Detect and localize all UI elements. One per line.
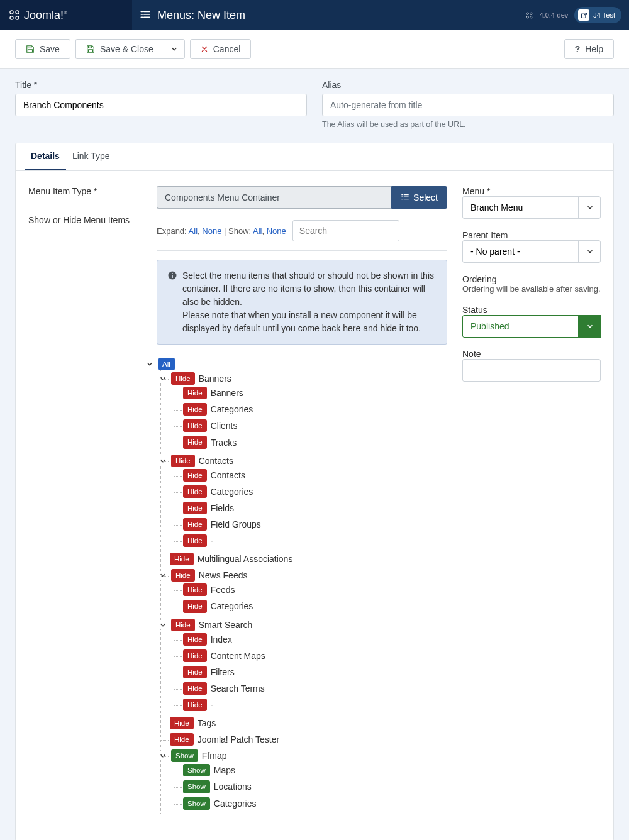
tree-toggle[interactable] bbox=[159, 456, 167, 465]
tree-badge[interactable]: Show bbox=[183, 764, 210, 776]
tree-toggle[interactable] bbox=[159, 751, 167, 760]
tree-item: HideContacts bbox=[183, 467, 447, 484]
tree-badge[interactable]: Hide bbox=[183, 682, 207, 695]
tree-label: News Feeds bbox=[199, 570, 248, 580]
close-icon bbox=[201, 45, 208, 53]
tree-badge-all[interactable]: All bbox=[158, 358, 175, 370]
tree-badge[interactable]: Hide bbox=[183, 666, 207, 678]
header-right: 4.0.4-dev J4 Test bbox=[518, 0, 629, 30]
tree-item: HideTracks bbox=[183, 434, 447, 450]
tree-badge[interactable]: Show bbox=[171, 749, 198, 762]
tree-label: Banners bbox=[199, 373, 231, 384]
list-icon bbox=[140, 9, 151, 21]
tree-label: Field Groups bbox=[211, 519, 261, 529]
help-button[interactable]: ? Help bbox=[564, 39, 614, 59]
tree-item: HideTags bbox=[170, 715, 447, 731]
select-type-button[interactable]: Select bbox=[391, 186, 447, 209]
tree-item: HideContactsHideContactsHideCategoriesHi… bbox=[170, 453, 447, 551]
tree-badge[interactable]: Hide bbox=[183, 436, 207, 448]
tree-item: Hide- bbox=[183, 697, 447, 713]
tabs: Details Link Type bbox=[16, 143, 613, 171]
external-link-icon bbox=[578, 9, 589, 21]
tree-badge[interactable]: Show bbox=[183, 780, 210, 793]
alias-input[interactable] bbox=[322, 94, 614, 116]
save-dropdown-button[interactable] bbox=[164, 39, 185, 59]
status-select[interactable] bbox=[462, 315, 601, 338]
tree-item: HideIndex bbox=[183, 631, 447, 648]
tree-badge[interactable]: Show bbox=[183, 797, 210, 810]
menu-item-type-select: Components Menu Container Select bbox=[157, 186, 447, 209]
save-close-group: Save & Close bbox=[75, 39, 185, 59]
help-label: Help bbox=[585, 45, 603, 53]
tree-badge[interactable]: Hide bbox=[170, 733, 194, 746]
menu-select-field: Menu bbox=[462, 186, 601, 219]
tree-label: Contacts bbox=[211, 470, 245, 480]
tree-badge[interactable]: Hide bbox=[183, 419, 207, 432]
label-show-hide: Show or Hide Menu Items bbox=[28, 215, 142, 225]
save-close-button[interactable]: Save & Close bbox=[75, 39, 164, 59]
tree-item: Hide- bbox=[183, 533, 447, 549]
tree-badge[interactable]: Hide bbox=[183, 600, 207, 612]
tree-badge[interactable]: Hide bbox=[183, 699, 207, 711]
note-input[interactable] bbox=[462, 359, 601, 382]
tree-label: Tags bbox=[198, 718, 216, 728]
tree-badge[interactable]: Hide bbox=[183, 518, 207, 531]
tree-badge[interactable]: Hide bbox=[171, 569, 195, 582]
tree-toggle[interactable] bbox=[145, 360, 154, 368]
tree-badge[interactable]: Hide bbox=[183, 649, 207, 662]
menu-item-type-value: Components Menu Container bbox=[157, 186, 391, 209]
tree-item: HideBannersHideBannersHideCategoriesHide… bbox=[170, 370, 447, 452]
tree-item: HideCategories bbox=[183, 401, 447, 417]
site-link[interactable]: J4 Test bbox=[574, 7, 621, 23]
tree-badge[interactable]: Hide bbox=[183, 583, 207, 596]
expand-all-link[interactable]: All bbox=[189, 226, 198, 236]
tree-toggle[interactable] bbox=[159, 621, 167, 629]
title-input[interactable] bbox=[15, 94, 307, 116]
tree-badge[interactable]: Hide bbox=[170, 717, 194, 729]
version-text: 4.0.4-dev bbox=[539, 11, 568, 19]
tree-badge[interactable]: Hide bbox=[171, 619, 195, 631]
title-label: Title bbox=[15, 80, 307, 90]
tree-item: HideNews FeedsHideFeedsHideCategories bbox=[170, 567, 447, 616]
tree-item: HideJoomla! Patch Tester bbox=[170, 731, 447, 748]
save-button[interactable]: Save bbox=[15, 39, 70, 59]
tree-badge[interactable]: Hide bbox=[170, 553, 194, 565]
form-sidebar-column: Menu Parent Item Ordering Ordering will … bbox=[462, 186, 601, 393]
ordering-text: Ordering will be available after saving. bbox=[462, 284, 601, 294]
tree-badge[interactable]: Hide bbox=[171, 455, 195, 467]
expand-none-link[interactable]: None bbox=[202, 226, 221, 236]
tab-link-type[interactable]: Link Type bbox=[66, 143, 116, 170]
tree-badge[interactable]: Hide bbox=[183, 469, 207, 482]
main-card: Details Link Type Menu Item Type Show or… bbox=[15, 143, 614, 840]
tree-badge[interactable]: Hide bbox=[183, 387, 207, 399]
cancel-button[interactable]: Cancel bbox=[190, 39, 252, 59]
tree-badge[interactable]: Hide bbox=[183, 403, 207, 416]
tree-badge[interactable]: Hide bbox=[183, 534, 207, 547]
tree-item: HideContent Maps bbox=[183, 648, 447, 664]
tree-toggle[interactable] bbox=[159, 374, 167, 383]
tree-label: Filters bbox=[211, 667, 235, 677]
chevron-down-icon bbox=[170, 45, 178, 53]
tree-label: Fields bbox=[211, 503, 234, 513]
menu-select[interactable] bbox=[462, 196, 601, 219]
brand-name: Joomla!® bbox=[24, 9, 67, 22]
tree-label: Categories bbox=[211, 487, 253, 497]
joomla-icon bbox=[9, 9, 20, 21]
parent-select[interactable] bbox=[462, 240, 601, 263]
show-all-link[interactable]: All bbox=[253, 226, 262, 236]
info-text: Select the menu items that should or sho… bbox=[182, 269, 437, 335]
tree-item: ShowLocations bbox=[183, 778, 447, 795]
tab-details[interactable]: Details bbox=[25, 143, 66, 170]
tree-badge[interactable]: Hide bbox=[171, 372, 195, 385]
show-none-link[interactable]: None bbox=[267, 226, 286, 236]
joomla-icon bbox=[526, 12, 533, 19]
tree-label: Ffmap bbox=[202, 751, 227, 761]
note-label: Note bbox=[462, 349, 481, 359]
tree-search-input[interactable] bbox=[292, 220, 399, 241]
tree-badge[interactable]: Hide bbox=[183, 502, 207, 514]
tree-badge[interactable]: Hide bbox=[183, 485, 207, 498]
title-field: Title bbox=[15, 80, 307, 129]
tree-badge[interactable]: Hide bbox=[183, 633, 207, 646]
tree-toggle[interactable] bbox=[159, 571, 167, 580]
brand[interactable]: Joomla!® bbox=[0, 0, 132, 30]
